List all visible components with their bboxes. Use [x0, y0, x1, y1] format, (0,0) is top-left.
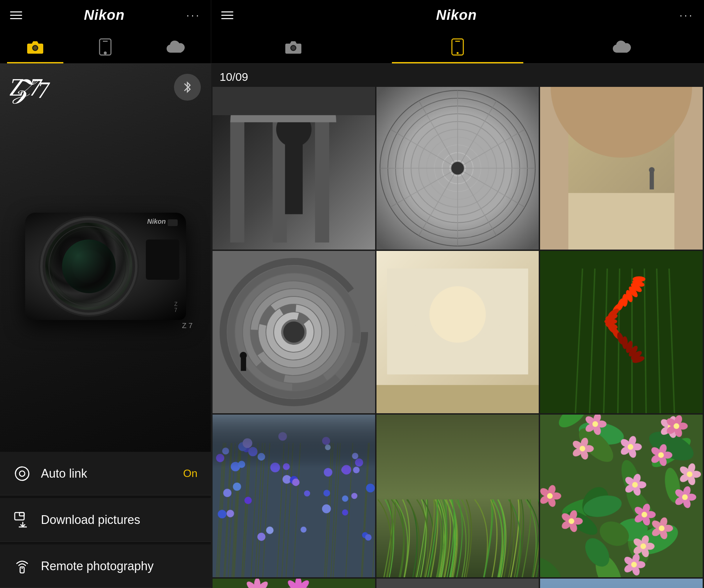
right-menu-button[interactable]	[221, 11, 233, 19]
right-tab-phone[interactable]	[375, 30, 540, 63]
left-tab-camera[interactable]	[0, 30, 70, 63]
remote-photography-item[interactable]: Remote photography	[0, 544, 211, 588]
svg-point-11	[21, 568, 23, 569]
z7-model-text: Z 7	[9, 73, 42, 102]
right-camera-icon	[285, 40, 302, 54]
left-tab-cloud[interactable]	[140, 30, 211, 63]
gallery-item-7[interactable]	[213, 415, 375, 577]
gallery-item-1[interactable]	[213, 87, 375, 250]
remote-photography-label: Remote photography	[41, 559, 154, 573]
gallery-item-3[interactable]	[540, 87, 703, 250]
svg-point-16	[457, 52, 459, 54]
right-tabs	[211, 30, 704, 64]
gallery-item-11[interactable]	[376, 579, 539, 588]
gallery-item-12[interactable]	[540, 579, 703, 588]
gallery-date: 10/09	[211, 64, 704, 87]
cloud-icon	[166, 40, 185, 54]
download-icon	[13, 511, 31, 529]
right-cloud-icon	[612, 40, 632, 54]
camera-hero: 𝒵 7 Z 7 NIKKOR	[0, 64, 211, 452]
svg-point-4	[104, 52, 106, 54]
camera-image: NIKKOR Nikon Z7 Z 7	[18, 206, 193, 330]
gallery-item-10[interactable]	[213, 579, 375, 588]
svg-rect-8	[19, 513, 24, 516]
left-panel: Nikon ··· 𝒵 7	[0, 0, 211, 588]
left-tab-phone[interactable]	[70, 30, 141, 63]
phone-icon	[98, 38, 112, 56]
right-tab-camera[interactable]	[211, 30, 375, 63]
gallery-item-9[interactable]	[540, 415, 703, 577]
serial-number: Z 7	[182, 321, 193, 330]
gallery-item-4[interactable]	[213, 251, 375, 414]
right-more-button[interactable]: ···	[680, 9, 694, 21]
gallery-item-6[interactable]	[540, 251, 703, 414]
right-phone-icon	[451, 38, 465, 56]
auto-link-label: Auto link	[41, 467, 87, 481]
download-pictures-label: Download pictures	[41, 513, 140, 527]
right-panel: Nikon ··· 10/09	[211, 0, 704, 588]
right-header: Nikon ···	[211, 0, 704, 30]
auto-link-status: On	[183, 467, 197, 480]
camera-icon	[26, 40, 44, 54]
auto-link-item[interactable]: Auto link On	[0, 452, 211, 495]
gallery-item-8[interactable]	[376, 415, 539, 577]
remote-icon	[13, 557, 31, 575]
bluetooth-icon	[181, 81, 194, 94]
left-menu-button[interactable]	[10, 11, 22, 19]
z7-small-label: Z7	[174, 301, 178, 313]
left-more-button[interactable]: ···	[186, 9, 201, 21]
gallery-grid	[211, 87, 704, 588]
left-app-title: Nikon	[84, 7, 125, 23]
right-app-title: Nikon	[436, 7, 477, 23]
bluetooth-button[interactable]	[174, 74, 201, 101]
svg-point-13	[291, 46, 295, 50]
svg-point-6	[19, 471, 25, 476]
gallery-container[interactable]: 10/09	[211, 64, 704, 588]
nikon-body-label: Nikon	[147, 218, 166, 225]
download-pictures-item[interactable]: Download pictures	[0, 498, 211, 542]
sync-icon	[13, 465, 31, 482]
gallery-item-2[interactable]	[376, 87, 539, 250]
svg-point-1	[33, 46, 37, 50]
menu-items: Auto link On Download pictures	[0, 452, 211, 588]
right-tab-cloud[interactable]	[540, 30, 704, 63]
left-tabs	[0, 30, 211, 64]
left-header: Nikon ···	[0, 0, 211, 30]
gallery-item-5[interactable]	[376, 251, 539, 414]
